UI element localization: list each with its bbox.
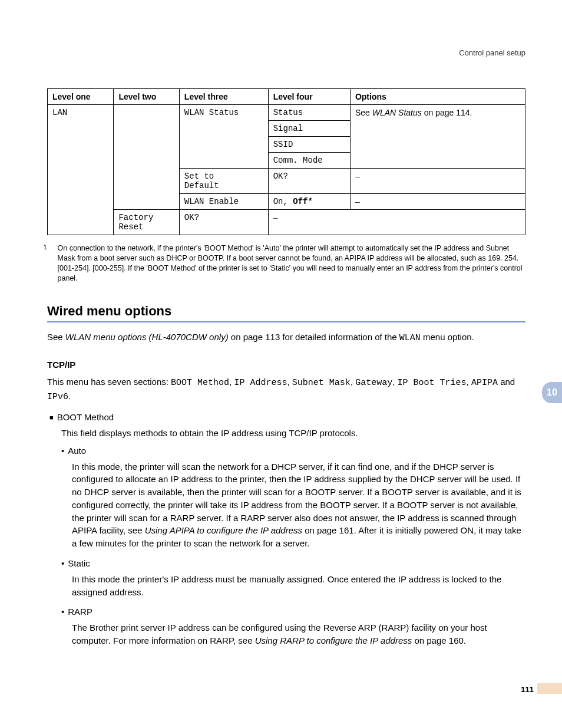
period: .	[68, 391, 71, 401]
page-number: 111	[521, 685, 534, 694]
set-to: Set to	[184, 172, 214, 181]
cell-factory-reset: Factory Reset	[114, 210, 179, 235]
opt-link[interactable]: WLAN Status	[372, 108, 422, 117]
static-body: In this mode the printer's IP address mu…	[72, 573, 525, 599]
default: Default	[184, 181, 219, 190]
tcpip-item-1: IP Address	[234, 378, 287, 388]
cell-options-see: See WLAN Status on page 114.	[350, 105, 525, 169]
cell-set-to-default: Set to Default	[179, 169, 268, 194]
th-level-four: Level four	[268, 89, 350, 105]
auto-item: •Auto	[61, 446, 525, 456]
intro-suffix: menu option.	[421, 332, 474, 342]
bullet-icon: •	[61, 607, 64, 617]
sep3: ,	[392, 377, 397, 387]
static-label: Static	[68, 558, 90, 568]
th-level-one: Level one	[48, 89, 114, 105]
tcpip-item-5: APIPA	[471, 378, 498, 388]
footnote-text: On connection to the network, if the pri…	[58, 243, 525, 284]
tcpip-item-0: BOOT Method	[171, 378, 229, 388]
opt-suffix: on page 114.	[422, 108, 472, 117]
boot-method-desc: This field displays methods to obtain th…	[61, 427, 525, 440]
section-title: Wired menu options	[47, 304, 525, 322]
chapter-tab: 10	[542, 382, 562, 403]
tcpip-item-2: Subnet Mask	[292, 378, 351, 388]
bullet-icon: •	[61, 446, 64, 456]
cell-comm-mode: Comm. Mode	[268, 153, 350, 169]
cell-ssid: SSID	[268, 137, 350, 153]
th-options: Options	[350, 89, 525, 105]
auto-body-a: In this mode, the printer will scan the …	[72, 462, 521, 536]
footnote-marker: 1	[44, 243, 47, 284]
cell-dash3: –	[268, 210, 525, 235]
opt-prefix: See	[355, 108, 372, 117]
auto-body: In this mode, the printer will scan the …	[72, 460, 525, 550]
cell-wlan-status: WLAN Status	[179, 105, 268, 169]
reset: Reset	[118, 222, 143, 232]
page-header-section: Control panel setup	[459, 48, 525, 57]
cell-lan: LAN	[48, 105, 114, 235]
square-bullet-icon: ■	[49, 414, 54, 421]
sep2: ,	[351, 377, 355, 387]
factory: Factory	[118, 213, 153, 222]
menu-table: Level one Level two Level three Level fo…	[47, 88, 525, 235]
table-row: LAN WLAN Status Status See WLAN Status o…	[48, 105, 525, 121]
and: and	[498, 377, 515, 387]
cell-dash1: –	[350, 169, 525, 194]
boot-method-title: BOOT Method	[57, 412, 114, 422]
auto-label: Auto	[68, 446, 86, 456]
tcpip-heading: TCP/IP	[47, 360, 525, 370]
static-item: •Static	[61, 558, 525, 568]
th-level-two: Level two	[114, 89, 179, 105]
sep: ,	[283, 197, 293, 206]
cell-ok2: OK?	[179, 210, 268, 235]
rarp-body-b: on page 160.	[412, 635, 466, 645]
intro-prefix: See	[47, 332, 65, 342]
page-number-bar	[537, 683, 562, 694]
cell-status: Status	[268, 105, 350, 121]
boot-method-item: ■BOOT Method	[49, 412, 525, 422]
tcpip-item-4: IP Boot Tries	[398, 378, 467, 388]
tcpip-lead-prefix: This menu has seven sections:	[47, 377, 171, 387]
rarp-item: •RARP	[61, 607, 525, 617]
cell-wlan-enable: WLAN Enable	[179, 194, 268, 210]
cell-dash2: –	[350, 194, 525, 210]
rarp-body: The Brother print server IP address can …	[72, 621, 525, 647]
cell-on-off: On, Off*	[268, 194, 350, 210]
rarp-label: RARP	[68, 607, 92, 617]
footnote: 1 On connection to the network, if the p…	[47, 243, 525, 284]
intro-code: WLAN	[399, 333, 421, 343]
sep4: ,	[467, 377, 471, 387]
table-row: Factory Reset OK? –	[48, 210, 525, 235]
tcpip-item-3: Gateway	[355, 378, 392, 388]
tcpip-lead: This menu has seven sections: BOOT Metho…	[47, 375, 525, 404]
rarp-link[interactable]: Using RARP to configure the IP address	[255, 635, 412, 645]
th-level-three: Level three	[179, 89, 268, 105]
intro-paragraph: See WLAN menu options (HL-4070CDW only) …	[47, 331, 525, 345]
intro-link[interactable]: WLAN menu options (HL-4070CDW only)	[65, 332, 229, 342]
tcpip-item-6: IPv6	[47, 392, 68, 402]
sep1: ,	[287, 377, 292, 387]
auto-link[interactable]: Using APIPA to configure the IP address	[145, 525, 302, 535]
cell-ok1: OK?	[268, 169, 350, 194]
cell-signal: Signal	[268, 121, 350, 137]
off-val: Off*	[293, 197, 313, 206]
intro-mid: on page 113 for detailed information of …	[229, 332, 399, 342]
on-val: On	[273, 197, 283, 206]
cell-empty	[114, 105, 179, 210]
bullet-icon: •	[61, 558, 64, 568]
